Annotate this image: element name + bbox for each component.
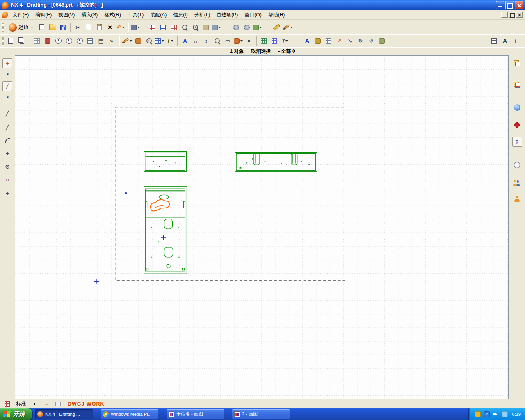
polyline-tool-button[interactable]: ╱ — [2, 122, 12, 132]
contacts-button[interactable] — [512, 178, 522, 188]
vertical-dimension-button[interactable]: ↕ — [201, 36, 211, 46]
parts-list-button[interactable] — [269, 36, 279, 46]
menu-window[interactable]: 窗口(O) — [241, 10, 265, 20]
taskbar-task-paint[interactable]: 2 - 画图 — [232, 409, 290, 419]
dropdown-arrow-icon[interactable] — [137, 27, 140, 30]
dropdown-arrow-icon[interactable] — [130, 40, 132, 43]
shaded-view-button[interactable] — [231, 23, 241, 32]
dropdown-arrow-icon[interactable] — [219, 27, 221, 30]
profile-tool-button[interactable]: ╱ — [2, 81, 12, 91]
point-constructor-button[interactable]: + — [165, 36, 175, 46]
keyboard-status-icon[interactable] — [53, 399, 63, 409]
circle-tool-button[interactable]: ○ — [2, 175, 12, 185]
internet-button[interactable] — [512, 103, 522, 112]
copy-button[interactable] — [84, 23, 94, 32]
network-tray-icon[interactable] — [502, 411, 508, 418]
tabular-note-button[interactable] — [259, 36, 269, 46]
circle-center-tool-button[interactable]: ⊙ — [2, 162, 12, 171]
menu-information[interactable]: 信息(I) — [170, 10, 191, 20]
menu-assemblies[interactable]: 装配(A) — [147, 10, 170, 20]
more-annotation-button[interactable]: » — [244, 36, 254, 46]
close-button[interactable] — [515, 1, 523, 9]
drafting-viewport[interactable] — [15, 56, 508, 399]
undo-button[interactable]: ↶ — [116, 23, 126, 32]
delete-button[interactable]: × — [105, 23, 115, 32]
menu-analysis[interactable]: 分析(L) — [191, 10, 214, 20]
detail-view-button[interactable]: + — [144, 36, 154, 46]
sketch-button[interactable] — [121, 36, 132, 46]
selection-filter-button[interactable] — [130, 23, 140, 32]
arc-tool-button[interactable] — [2, 135, 12, 145]
start-button[interactable]: 开始 — [0, 408, 32, 420]
menu-tools[interactable]: 工具(T) — [124, 10, 147, 20]
wireframe-view-button[interactable] — [242, 23, 252, 32]
gauge-button[interactable] — [75, 36, 84, 46]
view-orient-button[interactable]: ↗ — [334, 36, 344, 46]
new-file-button[interactable] — [37, 23, 47, 32]
pattern-button[interactable] — [32, 36, 42, 46]
grid-settings-button[interactable] — [155, 36, 164, 46]
id-symbol-button[interactable]: 7 — [280, 36, 290, 46]
display-color-button[interactable] — [133, 36, 143, 46]
menu-file[interactable]: 文件(F) — [9, 10, 32, 20]
point-tool-button[interactable]: + — [2, 188, 12, 198]
history-clock-button[interactable] — [512, 160, 522, 170]
taskbar-task-wmp[interactable]: Windows Media Pl... — [101, 409, 158, 419]
mdi-close-button[interactable] — [516, 12, 523, 18]
user-profile-button[interactable] — [512, 194, 522, 203]
more-tools-button[interactable]: » — [107, 36, 116, 46]
language-tray-icon[interactable] — [475, 411, 481, 418]
cut-button[interactable]: ✂ — [73, 23, 83, 32]
bounds-table-button[interactable] — [85, 36, 95, 46]
mdi-minimize-button[interactable] — [501, 12, 508, 18]
save-button[interactable] — [58, 23, 68, 32]
dropdown-arrow-icon[interactable] — [122, 27, 125, 30]
start-menu-button[interactable]: 起始 — [6, 23, 36, 32]
menu-format[interactable]: 格式(R) — [101, 10, 124, 20]
layer-settings-button[interactable]: ▤ — [96, 36, 106, 46]
view-dependent-edit-button[interactable] — [16, 36, 26, 46]
menu-help[interactable]: 帮助(H) — [265, 10, 288, 20]
section-line-button[interactable] — [324, 36, 333, 46]
volume-tray-icon[interactable] — [493, 411, 499, 418]
toolbar-grip[interactable] — [2, 37, 4, 46]
annotation-editor-button[interactable]: A — [302, 36, 312, 46]
mdi-restore-button[interactable] — [509, 12, 515, 18]
part-navigator-button[interactable] — [512, 80, 522, 89]
view-rotate-button[interactable]: ↻ — [356, 36, 365, 46]
toolbar-grip[interactable] — [2, 23, 4, 32]
profile-expand-button[interactable]: ◂ — [2, 92, 12, 102]
expression-button[interactable] — [489, 36, 499, 46]
target-point-button[interactable] — [233, 36, 243, 46]
menu-preferences[interactable]: 首选项(P) — [213, 10, 241, 20]
roles-button[interactable] — [512, 120, 522, 130]
menu-edit[interactable]: 编辑(E) — [32, 10, 55, 20]
menu-view[interactable]: 视图(V) — [55, 10, 78, 20]
zoom-view-button[interactable] — [212, 36, 222, 46]
new-sheet-button[interactable] — [6, 36, 16, 46]
horizontal-dimension-button[interactable]: ↔ — [191, 36, 201, 46]
menu-insert[interactable]: 插入(S) — [78, 10, 101, 20]
time-stamp-button[interactable] — [53, 36, 63, 46]
record-status-icon[interactable]: ● — [30, 399, 39, 409]
line-tool-button[interactable]: ╱ — [2, 108, 12, 118]
snap-point-button[interactable]: + — [2, 58, 12, 68]
text-button[interactable]: A — [180, 36, 190, 46]
assembly-navigator-button[interactable] — [512, 58, 522, 68]
taskbar-task-paint[interactable]: 未命名 - 画图 — [167, 409, 224, 419]
drawing-canvas[interactable] — [15, 55, 509, 399]
dropdown-arrow-icon[interactable] — [171, 40, 173, 43]
edit-annotation-button[interactable] — [282, 23, 293, 32]
display-appearance-button[interactable] — [253, 23, 262, 32]
toolbar-preset-label[interactable]: 标准 — [14, 400, 27, 408]
measure-distance-button[interactable] — [272, 23, 281, 32]
text-style-button[interactable]: A — [500, 36, 510, 46]
appearance-button[interactable] — [313, 36, 323, 46]
messenger-tray-icon[interactable]: ? — [484, 411, 490, 418]
rotate-view-button[interactable] — [212, 23, 221, 32]
view-project-button[interactable]: ↘ — [345, 36, 355, 46]
more-status-icon[interactable]: .. — [41, 399, 51, 409]
snap-expand-button[interactable]: ◂ — [2, 69, 12, 79]
create-button[interactable]: + — [511, 36, 520, 46]
pan-view-button[interactable] — [201, 23, 211, 32]
